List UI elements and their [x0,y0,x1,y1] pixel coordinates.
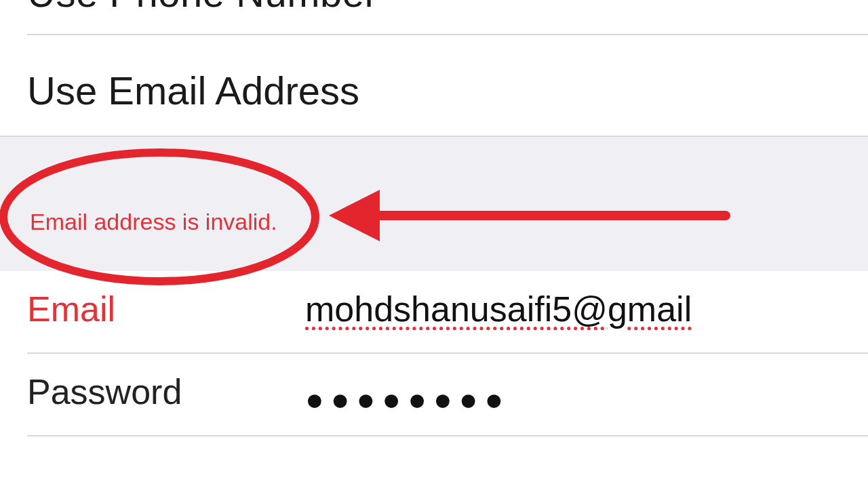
email-input[interactable]: mohdshanusaifi5@gmail [305,289,861,329]
top-section: Use Phone Number Use Email Address [0,0,868,136]
divider [27,34,868,35]
divider [27,435,868,436]
password-input[interactable]: ●●●●●●●● [305,381,861,418]
email-label: Email [27,289,115,329]
use-phone-option[interactable]: Use Phone Number [27,0,378,16]
settings-form-screen: Use Phone Number Use Email Address Email… [0,0,868,488]
password-label: Password [27,371,182,412]
use-email-option[interactable]: Use Email Address [27,68,359,113]
email-error-message: Email address is invalid. [30,209,277,235]
error-section [0,136,868,274]
